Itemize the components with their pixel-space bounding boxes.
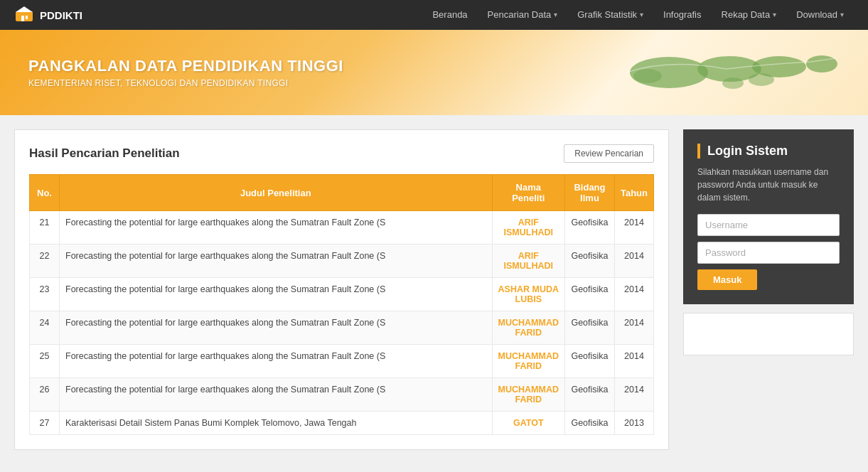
cell-tahun: 2013 — [614, 412, 653, 435]
cell-tahun: 2014 — [614, 211, 653, 245]
svg-marker-1 — [16, 6, 33, 12]
cell-no: 26 — [30, 378, 60, 412]
peneliti-link[interactable]: MUCHAMMAD FARID — [498, 385, 559, 404]
review-pencarian-button[interactable]: Review Pencarian — [564, 144, 654, 163]
nav-link-pencarian[interactable]: Pencarian Data ▾ — [478, 0, 568, 30]
table-row: 25 Forecasting the potential for large e… — [30, 345, 654, 378]
peneliti-link[interactable]: MUCHAMMAD FARID — [498, 351, 559, 371]
table-row: 26 Forecasting the potential for large e… — [30, 378, 654, 412]
cell-bidang: Geofisika — [564, 412, 614, 435]
login-description: Silahkan masukkan username dan password … — [697, 166, 840, 204]
col-judul: Judul Penelitian — [60, 175, 493, 211]
peneliti-link[interactable]: MUCHAMMAD FARID — [498, 318, 559, 338]
cell-tahun: 2014 — [614, 345, 653, 378]
table-row: 22 Forecasting the potential for large e… — [30, 245, 654, 278]
cell-tahun: 2014 — [614, 378, 653, 412]
nav-item-pencarian[interactable]: Pencarian Data ▾ — [478, 0, 568, 30]
nav-link-beranda[interactable]: Beranda — [422, 0, 477, 30]
nav-item-beranda[interactable]: Beranda — [422, 0, 477, 30]
nav-link-rekap[interactable]: Rekap Data ▾ — [712, 0, 787, 30]
logo-icon — [14, 5, 34, 25]
svg-rect-3 — [26, 16, 28, 19]
cell-no: 23 — [30, 278, 60, 311]
content-header: Hasil Pencarian Penelitian Review Pencar… — [29, 144, 654, 163]
cell-judul: Forecasting the potential for large eart… — [60, 245, 493, 278]
username-input[interactable] — [697, 214, 840, 236]
login-title: Login Sistem — [697, 144, 840, 159]
cell-peneliti[interactable]: GATOT — [492, 412, 564, 435]
col-tahun: Tahun — [614, 175, 653, 211]
password-input[interactable] — [697, 242, 840, 264]
cell-tahun: 2014 — [614, 245, 653, 278]
page-title: Hasil Pencarian Penelitian — [29, 146, 180, 161]
hero-map — [612, 37, 840, 108]
cell-peneliti[interactable]: ARIF ISMULHADI — [492, 211, 564, 245]
table-header: No. Judul Penelitian NamaPeneliti Bidang… — [30, 175, 654, 211]
sidebar: Login Sistem Silahkan masukkan username … — [683, 129, 854, 450]
svg-rect-2 — [21, 16, 24, 21]
cell-no: 22 — [30, 245, 60, 278]
cell-judul: Forecasting the potential for large eart… — [60, 378, 493, 412]
cell-judul: Forecasting the potential for large eart… — [60, 278, 493, 311]
cell-bidang: Geofisika — [564, 245, 614, 278]
cell-bidang: Geofisika — [564, 378, 614, 412]
chevron-down-icon: ▾ — [840, 0, 844, 30]
chevron-down-icon: ▾ — [554, 0, 557, 30]
cell-judul: Karakterisasi Detail Sistem Panas Bumi K… — [60, 412, 493, 435]
peneliti-link[interactable]: ARIF ISMULHADI — [504, 251, 553, 271]
nav-links: Beranda Pencarian Data ▾ Grafik Statisti… — [111, 0, 854, 30]
cell-no: 25 — [30, 345, 60, 378]
chevron-down-icon: ▾ — [773, 0, 776, 30]
cell-no: 27 — [30, 412, 60, 435]
col-peneliti: NamaPeneliti — [492, 175, 564, 211]
nav-link-infografis[interactable]: Infografis — [653, 0, 711, 30]
nav-item-grafik[interactable]: Grafik Statistik ▾ — [567, 0, 653, 30]
hero-banner: PANGKALAN DATA PENDIDIKAN TINGGI KEMENTE… — [0, 30, 868, 115]
table-row: 21 Forecasting the potential for large e… — [30, 211, 654, 245]
navbar: PDDIKTI Beranda Pencarian Data ▾ Grafik … — [0, 0, 868, 30]
cell-no: 21 — [30, 211, 60, 245]
cell-bidang: Geofisika — [564, 278, 614, 311]
cell-tahun: 2014 — [614, 311, 653, 345]
main-container: Hasil Pencarian Penelitian Review Pencar… — [0, 115, 868, 464]
peneliti-link[interactable]: ARIF ISMULHADI — [504, 218, 553, 237]
table-body: 21 Forecasting the potential for large e… — [30, 211, 654, 435]
cell-peneliti[interactable]: ARIF ISMULHADI — [492, 245, 564, 278]
nav-link-download[interactable]: Download ▾ — [786, 0, 854, 30]
peneliti-link[interactable]: GATOT — [513, 418, 544, 428]
cell-bidang: Geofisika — [564, 311, 614, 345]
login-box: Login Sistem Silahkan masukkan username … — [683, 129, 854, 304]
nav-link-grafik[interactable]: Grafik Statistik ▾ — [567, 0, 653, 30]
data-table: No. Judul Penelitian NamaPeneliti Bidang… — [29, 174, 654, 435]
masuk-button[interactable]: Masuk — [697, 269, 757, 290]
cell-bidang: Geofisika — [564, 345, 614, 378]
nav-item-rekap[interactable]: Rekap Data ▾ — [712, 0, 787, 30]
hero-title: PANGKALAN DATA PENDIDIKAN TINGGI — [28, 57, 343, 75]
content-area: Hasil Pencarian Penelitian Review Pencar… — [14, 129, 669, 450]
brand-name: PDDIKTI — [40, 9, 82, 21]
cell-peneliti[interactable]: ASHAR MUDA LUBIS — [492, 278, 564, 311]
cell-bidang: Geofisika — [564, 211, 614, 245]
cell-judul: Forecasting the potential for large eart… — [60, 211, 493, 245]
sidebar-extra — [683, 313, 854, 355]
nav-item-download[interactable]: Download ▾ — [786, 0, 854, 30]
cell-peneliti[interactable]: MUCHAMMAD FARID — [492, 378, 564, 412]
cell-tahun: 2014 — [614, 278, 653, 311]
table-row: 23 Forecasting the potential for large e… — [30, 278, 654, 311]
svg-point-7 — [806, 55, 837, 73]
table-row: 24 Forecasting the potential for large e… — [30, 311, 654, 345]
cell-judul: Forecasting the potential for large eart… — [60, 311, 493, 345]
hero-text: PANGKALAN DATA PENDIDIKAN TINGGI KEMENTE… — [28, 57, 343, 88]
col-bidang: BidangIlmu — [564, 175, 614, 211]
nav-item-infografis[interactable]: Infografis — [653, 0, 711, 30]
cell-no: 24 — [30, 311, 60, 345]
svg-point-8 — [633, 69, 662, 83]
cell-judul: Forecasting the potential for large eart… — [60, 345, 493, 378]
cell-peneliti[interactable]: MUCHAMMAD FARID — [492, 345, 564, 378]
peneliti-link[interactable]: ASHAR MUDA LUBIS — [498, 284, 559, 304]
cell-peneliti[interactable]: MUCHAMMAD FARID — [492, 311, 564, 345]
svg-point-10 — [749, 73, 774, 86]
brand-logo[interactable]: PDDIKTI — [14, 5, 82, 25]
chevron-down-icon: ▾ — [640, 0, 643, 30]
table-row: 27 Karakterisasi Detail Sistem Panas Bum… — [30, 412, 654, 435]
